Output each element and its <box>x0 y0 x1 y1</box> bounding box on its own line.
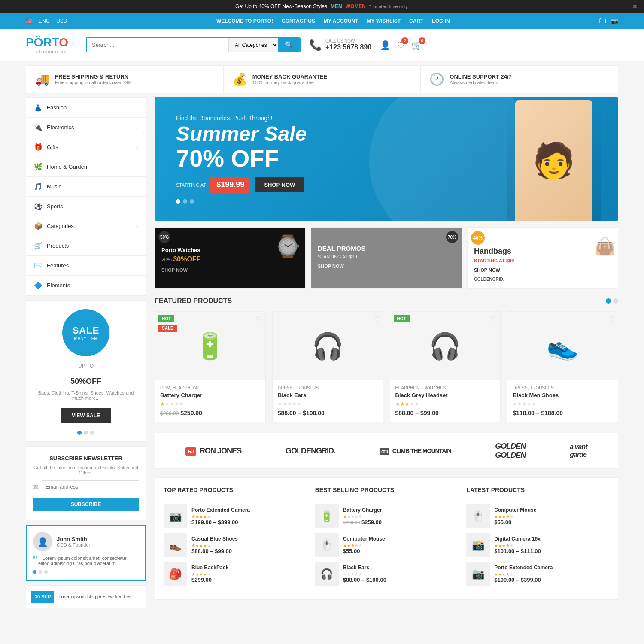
features-arrow: › <box>136 263 138 269</box>
nav-welcome[interactable]: WELCOME TO PORTO! <box>216 18 273 24</box>
call-label: CALL US NOW <box>325 39 371 43</box>
latest-img-2: 📸 <box>466 533 490 557</box>
handbags-shop-link[interactable]: SHOP NOW <box>474 267 611 273</box>
grey-headset-name[interactable]: Black Grey Headset <box>395 392 495 398</box>
view-sale-button[interactable]: VIEW SALE <box>61 408 111 423</box>
newsletter-email-input[interactable] <box>42 480 139 493</box>
battery-charger-wishlist-button[interactable]: ♡ <box>256 315 262 323</box>
category-select[interactable]: All Categories <box>228 38 278 52</box>
product-card-grey-headset: HOT 🎧 ♡ HEADPHONE, WATCHES Black Grey He… <box>390 311 501 422</box>
nav-wishlist[interactable]: MY WISHLIST <box>367 18 401 24</box>
featured-nav-dot-2[interactable] <box>613 298 618 304</box>
testimonial-box: 👤 John Smith CEO & Founder " Lorem ipsum… <box>26 525 146 581</box>
features-label: Features <box>47 262 69 269</box>
cart-icon[interactable]: 🛒 0 <box>411 40 422 50</box>
currency-selector[interactable]: USD <box>56 18 67 24</box>
money-back-title: MONEY BACK GUARANTEE <box>252 73 328 80</box>
twitter-icon[interactable]: t <box>605 18 607 24</box>
subscribe-button[interactable]: SUBSCRIBE <box>33 498 139 511</box>
black-shoes-info: DRESS, TROUSERS Black Men Shoes ★★★★★ $1… <box>507 380 618 422</box>
grey-headset-wishlist-button[interactable]: ♡ <box>491 315 497 323</box>
nav-login[interactable]: LOG IN <box>432 18 450 24</box>
black-ears-icon: 🎧 <box>312 331 344 361</box>
sidebar-item-electronics[interactable]: 🔌 Electronics › <box>26 118 146 137</box>
promo-card-watches: Porto Watches 20% 30%OFF 50% SHOP NOW ⌚ <box>155 227 306 289</box>
nav-cart[interactable]: CART <box>409 18 423 24</box>
search-input[interactable] <box>87 38 228 52</box>
logo[interactable]: PÖRTO eCommerce <box>26 36 77 54</box>
hero-dot-1[interactable] <box>176 199 180 204</box>
best-selling-name-2[interactable]: Computer Mouse <box>343 536 385 542</box>
product-card-black-ears: 🎧 ♡ DRESS, TROUSERS Black Ears ★★★★★ $88… <box>272 311 383 422</box>
shipping-icon: 🚚 <box>35 72 50 86</box>
top-rated-name-3[interactable]: Blue BackPack <box>191 565 228 571</box>
hot-tag: HOT <box>158 315 174 322</box>
instagram-icon[interactable]: 📷 <box>611 18 618 24</box>
user-icon[interactable]: 👤 <box>380 40 391 50</box>
secondary-nav-bar: 🇺🇸 ENG USD WELCOME TO PORTO! CONTACT US … <box>0 13 644 29</box>
promo-dot-2[interactable] <box>84 431 88 435</box>
black-ears-info: DRESS, TROUSERS Black Ears ★★★★★ $88.00 … <box>273 380 383 422</box>
battery-charger-new-price: $259.00 <box>180 410 202 416</box>
women-link[interactable]: WOMEN <box>346 3 366 9</box>
best-selling-name-1[interactable]: Battery Charger <box>343 507 382 513</box>
top-rated-name-1[interactable]: Porto Extended Camera <box>191 507 250 513</box>
hero-shop-now-button[interactable]: SHOP NOW <box>255 177 304 192</box>
latest-name-2[interactable]: Digital Camera 16x <box>494 536 541 542</box>
search-button[interactable]: 🔍 <box>278 38 300 52</box>
deals-badge: 70% <box>446 231 458 243</box>
grey-headset-stars: ★★★★★ <box>395 401 495 407</box>
promo-dots <box>33 431 139 435</box>
newsletter-sub: Get all the latest information on Events… <box>33 465 139 475</box>
hero-dot-3[interactable] <box>190 199 194 204</box>
sidebar-item-elements[interactable]: 🔷 Elements <box>26 276 146 295</box>
featured-nav-dot-1[interactable] <box>606 298 611 304</box>
black-shoes-wishlist-button[interactable]: ♡ <box>608 315 614 323</box>
promo-dot-1[interactable] <box>77 431 82 435</box>
nav-contact[interactable]: CONTACT US <box>282 18 315 24</box>
sidebar-item-sports[interactable]: ⚽ Sports <box>26 197 146 216</box>
testimonial-dot-3[interactable] <box>44 570 48 574</box>
top-bar-close-button[interactable]: ✕ <box>632 3 638 10</box>
battery-charger-name[interactable]: Battery Charger <box>160 392 260 398</box>
fashion-icon: 👗 <box>34 103 43 112</box>
sidebar-item-categories[interactable]: 📦 Categories › <box>26 216 146 236</box>
sidebar-item-gifts[interactable]: 🎁 Gifts › <box>26 137 146 157</box>
black-ears-wishlist-button[interactable]: ♡ <box>374 315 380 323</box>
categories-label: Categories <box>47 223 74 229</box>
latest-name-1[interactable]: Computer Mouse <box>494 507 536 513</box>
deals-shop-link[interactable]: SHOP NOW <box>318 264 455 269</box>
black-ears-category: DRESS, TROUSERS <box>278 386 378 390</box>
brands-strip: RJ RON JONES GOLDENGRID. ctm CLIMB THE M… <box>155 433 618 469</box>
best-selling-img-2: 🖱️ <box>315 533 339 557</box>
sidebar-item-products[interactable]: 🛒 Products › <box>26 236 146 256</box>
top-rated-name-2[interactable]: Casual Blue Shoes <box>191 536 238 542</box>
sidebar-item-home-garden[interactable]: 🌿 Home & Garden › <box>26 157 146 177</box>
sports-label: Sports <box>47 203 63 210</box>
black-shoes-name[interactable]: Black Men Shoes <box>513 392 613 398</box>
wishlist-icon[interactable]: ♡ 2 <box>397 40 405 50</box>
promo-text: Get Up to 40% OFF New-Season Styles <box>235 3 327 9</box>
best-selling-title: BEST SELLING PRODUCTS <box>315 486 458 498</box>
men-link[interactable]: MEN <box>331 3 342 9</box>
top-rated-stars-1: ★★★★★ <box>191 514 250 519</box>
watch-shop-link[interactable]: SHOP NOW <box>161 267 299 273</box>
sidebar-item-features[interactable]: ✉️ Features › <box>26 256 146 276</box>
sidebar-item-music[interactable]: 🎵 Music <box>26 177 146 197</box>
product-image-battery-charger: HOT SALE 🔋 ♡ <box>155 312 265 380</box>
bottom-product-section: TOP RATED PRODUCTS 📷 Porto Extended Came… <box>155 477 618 600</box>
testimonial-dot-1[interactable] <box>33 570 36 574</box>
music-label: Music <box>47 183 61 190</box>
black-ears-name[interactable]: Black Ears <box>278 392 378 398</box>
promo-card-deals: 70% DEAL PROMOS STARTING AT $99 SHOP NOW <box>311 227 462 289</box>
nav-account[interactable]: MY ACCOUNT <box>324 18 358 24</box>
facebook-icon[interactable]: f <box>599 18 601 24</box>
hero-dot-2[interactable] <box>183 199 187 204</box>
latest-name-3[interactable]: Porto Extended Camera <box>494 565 553 571</box>
language-selector[interactable]: ENG <box>39 18 50 24</box>
promo-dot-3[interactable] <box>90 431 94 435</box>
sidebar-item-fashion[interactable]: 👗 Fashion › <box>26 98 146 118</box>
testimonial-dot-2[interactable] <box>39 570 42 574</box>
promo-card-handbags: 40% Handbags STARTING AT $99 SHOP NOW 👜 … <box>467 227 618 289</box>
best-selling-name-3[interactable]: Black Ears <box>343 565 386 571</box>
